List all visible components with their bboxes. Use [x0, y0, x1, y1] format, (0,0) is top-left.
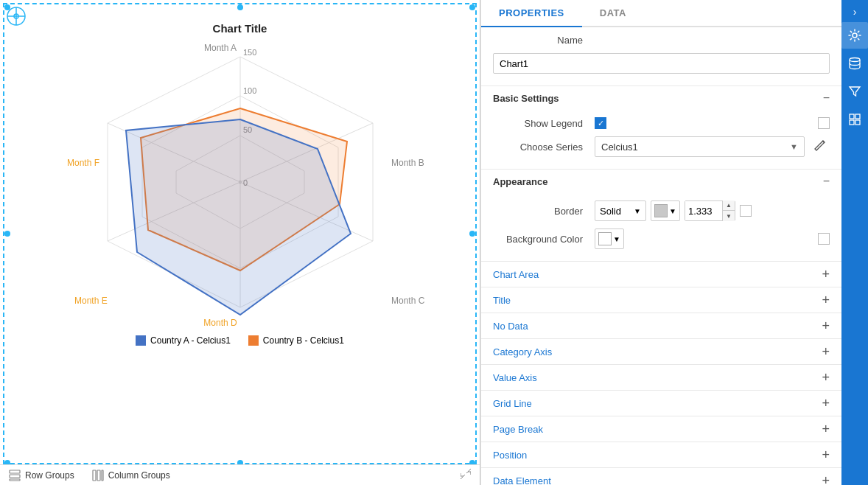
border-width-spinners: ▲ ▼: [722, 200, 735, 221]
basic-settings-label: Basic Settings: [493, 93, 559, 104]
svg-rect-27: [10, 475, 20, 478]
panel-tabs: PROPERTIES DATA: [481, 0, 841, 27]
collapse-chart-area[interactable]: Chart Area +: [481, 261, 841, 287]
page-break-plus: +: [822, 422, 830, 436]
sidebar-database-btn[interactable]: [841, 50, 868, 77]
collapse-value-axis[interactable]: Value Axis +: [481, 364, 841, 390]
panel-body: Name Basic Settings − Show Legend ✓ Choo…: [481, 27, 841, 485]
bg-swatch-box: [598, 232, 612, 245]
legend-color-country-b: [248, 335, 259, 346]
sidebar-gear-btn[interactable]: [841, 22, 868, 49]
table-cols-icon: [92, 470, 104, 481]
svg-point-34: [853, 33, 857, 38]
border-checkbox[interactable]: [740, 205, 752, 217]
chart-title: Chart Title: [0, 22, 480, 35]
svg-rect-26: [10, 470, 20, 473]
svg-rect-31: [102, 470, 103, 481]
legend-label-country-b: Country B - Celcius1: [263, 335, 344, 346]
handle-tr[interactable]: [469, 4, 475, 10]
handle-bl[interactable]: [4, 460, 10, 464]
expand-icon[interactable]: [461, 469, 471, 481]
appearance-header[interactable]: Appearance −: [481, 169, 841, 193]
tab-properties[interactable]: PROPERTIES: [481, 0, 582, 27]
bg-color-swatch[interactable]: ▼: [595, 228, 624, 249]
collapse-title[interactable]: Title +: [481, 287, 841, 313]
chart-legend: Country A - Celcius1 Country B - Celcius…: [0, 329, 480, 355]
appearance-collapse[interactable]: −: [823, 175, 830, 187]
collapse-position[interactable]: Position +: [481, 442, 841, 467]
radar-chart: 150 100 50 0 Month A Month B Month C Mon…: [30, 35, 450, 329]
row-groups-item[interactable]: Row Groups: [9, 470, 74, 481]
bg-color-chevron: ▼: [613, 235, 620, 243]
background-color-label: Background Color: [493, 234, 589, 245]
collapse-grid-line[interactable]: Grid Line +: [481, 390, 841, 416]
svg-rect-38: [850, 120, 854, 125]
svg-rect-29: [93, 470, 96, 481]
svg-text:Month F: Month F: [67, 158, 99, 168]
handle-ml[interactable]: [4, 231, 10, 237]
collapse-data-element-label: Data Element: [493, 475, 551, 486]
border-style-value: Solid: [600, 206, 621, 217]
crosshair-icon[interactable]: [6, 6, 27, 27]
basic-settings-body: Show Legend ✓ Choose Series Celcius1 ▼: [481, 110, 841, 169]
collapse-no-data[interactable]: No Data +: [481, 313, 841, 338]
svg-text:150: 150: [243, 48, 256, 57]
name-label: Name: [493, 35, 589, 46]
chart-canvas[interactable]: Chart Title 150 100 50 0: [0, 0, 480, 464]
name-section: Name: [481, 27, 841, 86]
collapse-category-axis[interactable]: Category Axis +: [481, 338, 841, 364]
right-sidebar: ›: [841, 0, 868, 485]
checkmark: ✓: [598, 119, 604, 128]
border-color-swatch[interactable]: ▼: [651, 200, 680, 221]
svg-text:Month E: Month E: [74, 296, 108, 306]
svg-rect-36: [850, 114, 854, 119]
border-color-chevron: ▼: [669, 207, 676, 215]
collapse-no-data-label: No Data: [493, 321, 528, 332]
handle-br[interactable]: [469, 460, 475, 464]
svg-text:100: 100: [243, 86, 256, 95]
border-row: Border Solid ▼ ▼ ▲ ▼: [493, 200, 830, 221]
table-rows-icon: [9, 470, 21, 481]
handle-bm[interactable]: [237, 460, 243, 464]
grid-line-plus: +: [822, 397, 830, 410]
collapse-title-label: Title: [493, 295, 511, 306]
collapse-data-element[interactable]: Data Element +: [481, 467, 841, 485]
svg-rect-28: [10, 479, 20, 481]
appearance-label: Appearance: [493, 176, 547, 187]
title-plus: +: [822, 293, 830, 307]
border-width-value[interactable]: [685, 201, 722, 220]
handle-tm[interactable]: [237, 4, 243, 10]
series-chevron: ▼: [790, 142, 798, 151]
column-groups-item[interactable]: Column Groups: [92, 470, 170, 481]
basic-settings-collapse[interactable]: −: [823, 92, 830, 104]
border-width-up[interactable]: ▲: [723, 200, 735, 211]
series-select[interactable]: Celcius1 ▼: [595, 136, 805, 157]
legend-color-country-a: [136, 335, 146, 346]
tab-data[interactable]: DATA: [582, 0, 644, 27]
border-width-down[interactable]: ▼: [723, 211, 735, 221]
show-legend-checkbox2[interactable]: [818, 117, 830, 129]
series-edit-btn[interactable]: [811, 137, 830, 156]
sidebar-settings2-btn[interactable]: [841, 106, 868, 133]
sidebar-expand-btn[interactable]: ›: [841, 3, 868, 21]
sidebar-filter-btn[interactable]: [841, 78, 868, 105]
name-input-row: [493, 53, 830, 74]
name-row: Name: [493, 35, 830, 46]
legend-item-country-a: Country A - Celcius1: [136, 335, 231, 346]
handle-mr[interactable]: [469, 231, 475, 237]
show-legend-label: Show Legend: [493, 118, 589, 129]
no-data-plus: +: [822, 319, 830, 332]
collapse-page-break-label: Page Break: [493, 424, 543, 435]
bg-color-checkbox[interactable]: [818, 233, 830, 245]
show-legend-checkbox[interactable]: ✓: [595, 117, 606, 129]
border-label: Border: [493, 206, 589, 217]
right-panel: PROPERTIES DATA Name Basic Settings − Sh…: [480, 0, 841, 485]
data-element-plus: +: [822, 474, 830, 485]
collapse-page-break[interactable]: Page Break +: [481, 416, 841, 442]
basic-settings-header[interactable]: Basic Settings −: [481, 86, 841, 110]
svg-line-32: [466, 469, 471, 473]
background-color-row: Background Color ▼: [493, 228, 830, 249]
category-axis-plus: +: [822, 345, 830, 358]
name-input[interactable]: [493, 53, 830, 74]
border-style-select[interactable]: Solid ▼: [595, 200, 646, 221]
